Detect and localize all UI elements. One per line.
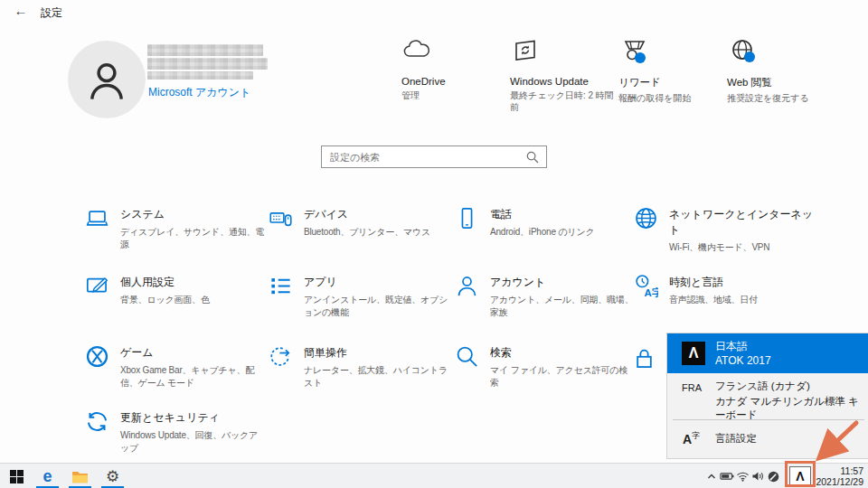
- ime-pen-icon[interactable]: [766, 464, 780, 488]
- ime-language-popup: Λ 日本語 ATOK 2017 FRA フランス語 (カナダ) カナダ マルチリ…: [666, 333, 868, 459]
- category-devices[interactable]: デバイスBluetooth、プリンター、マウス: [269, 206, 449, 239]
- category-subtitle: Bluetooth、プリンター、マウス: [304, 226, 449, 239]
- taskbar-clock[interactable]: 11:57 2021/12/29: [816, 465, 863, 487]
- windows-logo-icon: [10, 470, 24, 483]
- taskbar-edge-button[interactable]: e: [31, 464, 64, 488]
- microsoft-account-link[interactable]: Microsoft アカウント: [148, 85, 250, 100]
- taskbar-settings-button[interactable]: ⚙: [96, 464, 129, 488]
- category-subtitle: アンインストール、既定値、オプションの機能: [304, 294, 449, 319]
- category-title: ゲーム: [120, 345, 266, 361]
- start-button[interactable]: [0, 464, 33, 488]
- tile-web-browsing[interactable]: Web 閲覧 推奨設定を復元する: [727, 38, 832, 104]
- blurred-account-text: [147, 71, 253, 80]
- tile-subtitle: 報酬の取得を開始: [618, 92, 723, 104]
- settings-search-box: [321, 145, 547, 168]
- category-title: アカウント: [490, 275, 636, 290]
- ime-option-japanese-atok[interactable]: Λ 日本語 ATOK 2017: [667, 333, 868, 373]
- titlebar: ← 設定: [0, 0, 868, 23]
- back-button[interactable]: ←: [11, 3, 31, 21]
- tray-chevron-up-icon[interactable]: [704, 464, 719, 488]
- speaker-icon[interactable]: [750, 464, 765, 488]
- category-subtitle: Android、iPhone のリンク: [490, 226, 636, 239]
- ime-language-name: 日本語: [715, 339, 748, 354]
- category-subtitle: Wi-Fi、機内モード、VPN: [669, 241, 815, 254]
- clock-time: 11:57: [816, 465, 863, 476]
- language-settings-icon: A字: [683, 430, 700, 446]
- update-security-icon: [85, 409, 109, 434]
- tile-subtitle: 管理: [401, 89, 506, 101]
- language-settings-label: 言語設定: [715, 432, 757, 446]
- personalization-brush-icon: [85, 274, 109, 298]
- ime-language-name: フランス語 (カナダ): [715, 380, 810, 393]
- tile-windows-update[interactable]: Windows Update 最終チェック日時: 2 時間前: [510, 38, 615, 113]
- category-gaming[interactable]: ゲームXbox Game Bar、キャプチャ、配信、ゲーム モード: [85, 344, 266, 389]
- category-accounts[interactable]: アカウントアカウント、メール、同期、職場、家族: [455, 274, 636, 319]
- atok-tray-icon: Λ: [796, 469, 804, 483]
- ime-tray-button[interactable]: Λ: [789, 466, 811, 487]
- category-subtitle: マイ ファイル、アクセス許可の検索: [490, 364, 636, 389]
- category-title: 時刻と言語: [669, 275, 815, 290]
- category-title: 検索: [490, 345, 636, 361]
- fra-badge: FRA: [682, 382, 702, 393]
- search-category-icon: [455, 344, 479, 369]
- category-search[interactable]: 検索マイ ファイル、アクセス許可の検索: [455, 344, 636, 389]
- language-settings-item[interactable]: A字 言語設定: [667, 420, 868, 459]
- category-personalization[interactable]: 個人用設定背景、ロック画面、色: [85, 274, 266, 306]
- back-arrow-icon: ←: [14, 3, 28, 18]
- tile-title: リワード: [618, 76, 723, 89]
- category-subtitle: Windows Update、回復、バックアップ: [120, 429, 266, 455]
- onedrive-cloud-icon: [401, 38, 506, 74]
- wifi-icon[interactable]: [735, 464, 750, 488]
- phone-icon: [455, 206, 479, 230]
- tile-title: OneDrive: [401, 76, 506, 87]
- xbox-icon: [85, 344, 109, 369]
- web-globe-icon: [727, 38, 832, 74]
- clock-date: 2021/12/29: [816, 476, 863, 487]
- search-input[interactable]: [322, 146, 546, 167]
- category-subtitle: ディスプレイ、サウンド、通知、電源: [120, 226, 266, 251]
- ease-of-access-icon: [269, 344, 293, 369]
- windows-update-icon: [510, 38, 615, 74]
- category-subtitle: Xbox Game Bar、キャプチャ、配信、ゲーム モード: [120, 364, 266, 389]
- tile-subtitle: 推奨設定を復元する: [727, 92, 832, 104]
- system-laptop-icon: [85, 206, 109, 230]
- privacy-lock-icon: [632, 346, 656, 371]
- accounts-person-icon: [455, 274, 479, 298]
- taskbar-explorer-button[interactable]: [63, 464, 97, 488]
- tile-rewards[interactable]: リワード 報酬の取得を開始: [618, 38, 723, 104]
- category-time-language[interactable]: A字 時刻と言語音声認識、地域、日付: [634, 274, 815, 306]
- devices-keyboard-icon: [269, 206, 293, 230]
- atok-logo-icon: Λ: [682, 342, 705, 365]
- edge-icon: e: [42, 468, 52, 484]
- category-title: 簡単操作: [304, 345, 449, 361]
- category-title: 電話: [490, 207, 636, 222]
- ime-keyboard-name: カナダ マルチリンガル標準 キーボード: [715, 395, 864, 422]
- ime-input-method: ATOK 2017: [715, 354, 771, 367]
- category-ease-of-access[interactable]: 簡単操作ナレーター、拡大鏡、ハイコントラスト: [269, 344, 449, 389]
- tile-title: Windows Update: [510, 76, 615, 87]
- category-network[interactable]: ネットワークとインターネットWi-Fi、機内モード、VPN: [634, 206, 815, 254]
- tile-title: Web 閲覧: [727, 76, 832, 89]
- category-subtitle: 音声認識、地域、日付: [669, 294, 815, 306]
- system-tray: [704, 464, 780, 488]
- page-title: 設定: [41, 5, 62, 21]
- avatar: [68, 41, 146, 118]
- search-icon: [526, 151, 539, 164]
- tile-subtitle: 最終チェック日時: 2 時間前: [510, 89, 615, 113]
- battery-icon[interactable]: [720, 464, 734, 488]
- tile-onedrive[interactable]: OneDrive 管理: [401, 38, 506, 101]
- time-language-icon: A字: [634, 274, 658, 298]
- category-subtitle: 背景、ロック画面、色: [120, 294, 266, 306]
- apps-list-icon: [269, 274, 293, 298]
- category-apps[interactable]: アプリアンインストール、既定値、オプションの機能: [269, 274, 449, 319]
- category-title: ネットワークとインターネット: [669, 207, 815, 238]
- category-title: アプリ: [304, 275, 449, 290]
- svg-text:A字: A字: [644, 286, 658, 298]
- network-globe-icon: [634, 206, 658, 230]
- category-system[interactable]: システムディスプレイ、サウンド、通知、電源: [85, 206, 266, 251]
- category-update-security[interactable]: 更新とセキュリティWindows Update、回復、バックアップ: [85, 409, 266, 455]
- category-title: 個人用設定: [120, 275, 266, 290]
- blurred-account-email: [147, 58, 268, 70]
- category-phone[interactable]: 電話Android、iPhone のリンク: [455, 206, 636, 239]
- ime-option-french-canada[interactable]: FRA フランス語 (カナダ) カナダ マルチリンガル標準 キーボード: [667, 373, 868, 418]
